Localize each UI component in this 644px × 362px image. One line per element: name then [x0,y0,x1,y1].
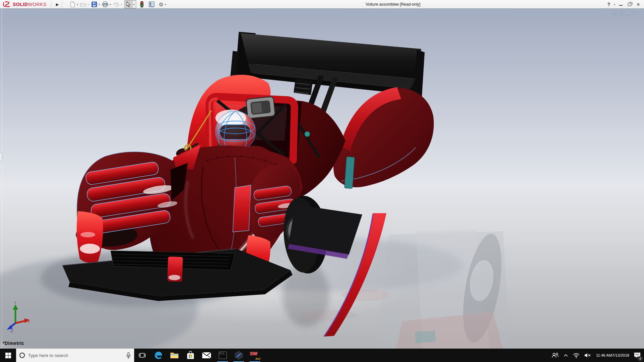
notification-badge: 4 [638,356,643,361]
select-caret-icon[interactable]: ▾ [133,3,135,6]
ds-logo-icon [3,1,11,7]
chevron-up-icon[interactable] [561,349,571,362]
open-button[interactable] [79,0,87,8]
brand-solid: SOLID [13,2,28,7]
mail-icon[interactable] [199,349,215,362]
windows-logo-icon [5,353,11,358]
window-controls: ? ▾ ✕ [604,0,643,9]
minimize-button[interactable] [616,1,625,8]
search-input[interactable] [28,353,123,358]
car-model-render[interactable] [0,9,644,349]
windows-taskbar: C:\_ SW 2017 11:46 AM [0,349,644,362]
taskbar-search[interactable] [16,349,134,362]
wifi-icon[interactable] [571,349,582,362]
standard-toolbar: ▾ ▾ ▾ ▾ ▾ ▾ [69,0,167,9]
restore-button[interactable] [625,1,634,8]
help-caret-icon[interactable]: ▾ [614,3,615,6]
task-view-button[interactable] [134,349,150,362]
select-tool-button[interactable]: ▾ [124,0,136,8]
solidworks-taskbar-icon[interactable]: SW 2017 [247,349,263,362]
save-caret-icon[interactable]: ▾ [99,3,100,6]
menu-flyout-arrow[interactable]: ▶ [54,1,61,8]
clock-date: 7/13/2018 [612,353,629,358]
open-caret-icon[interactable]: ▾ [88,3,89,6]
brand-works: WORKS [28,2,46,7]
file-explorer-icon[interactable] [166,349,182,362]
rebuild-stoplight-icon[interactable] [139,0,145,8]
command-prompt-icon[interactable]: C:\_ [215,349,231,362]
settings-caret-icon[interactable]: ▾ [165,3,166,6]
toolbar-separator [51,1,51,8]
volume-muted-icon[interactable] [582,349,593,362]
sidepod-inlet-panel [233,185,251,232]
triad-x-label: X [28,319,30,323]
start-button[interactable] [0,349,16,362]
taskbar-clock[interactable]: 11:46 AM 7/13/2018 [593,349,632,362]
solidworks-logo: SOLIDWORKS [3,1,47,8]
settings-gear-icon[interactable]: ⚙ [158,0,164,8]
new-document-button[interactable] [69,0,76,8]
view-orientation-label: *Dimetric [3,341,24,346]
teal-detail [305,131,310,137]
clock-time: 11:46 AM [596,353,612,358]
reference-triad: Y X Z [4,302,31,333]
task-list-button[interactable] [148,0,155,8]
triad-z-label: Z [11,329,13,333]
new-caret-icon[interactable]: ▾ [77,3,78,6]
undo-button[interactable] [112,0,120,8]
toolbar-separator [62,1,62,8]
titlebar: SOLIDWORKS ▶ ▾ ▾ ▾ ▾ ▾ [0,0,644,9]
microphone-icon[interactable] [126,352,131,358]
air-intake [246,97,275,119]
people-icon[interactable] [549,349,561,362]
store-icon[interactable] [182,349,199,362]
graphics-viewport[interactable]: ◂ ▸ ✕ [0,9,644,349]
save-button[interactable] [91,0,98,8]
print-button[interactable] [101,0,109,8]
solidworks-window: SOLIDWORKS ▶ ▾ ▾ ▾ ▾ ▾ [0,0,644,362]
triad-y-label: Y [14,302,17,304]
document-title: Voiture assomblee [Read-only] [366,2,420,7]
hexagon-app-icon[interactable] [231,349,247,362]
edge-icon[interactable] [150,349,166,362]
help-button[interactable]: ? [604,1,613,8]
print-caret-icon[interactable]: ▾ [110,3,111,6]
action-center-button[interactable]: 4 [632,349,644,362]
select-arrow-icon [125,0,132,8]
cortana-icon [19,353,25,358]
close-button[interactable]: ✕ [634,1,643,8]
system-tray: 11:46 AM 7/13/2018 4 [549,349,644,362]
undo-caret-icon[interactable]: ▾ [121,3,122,6]
